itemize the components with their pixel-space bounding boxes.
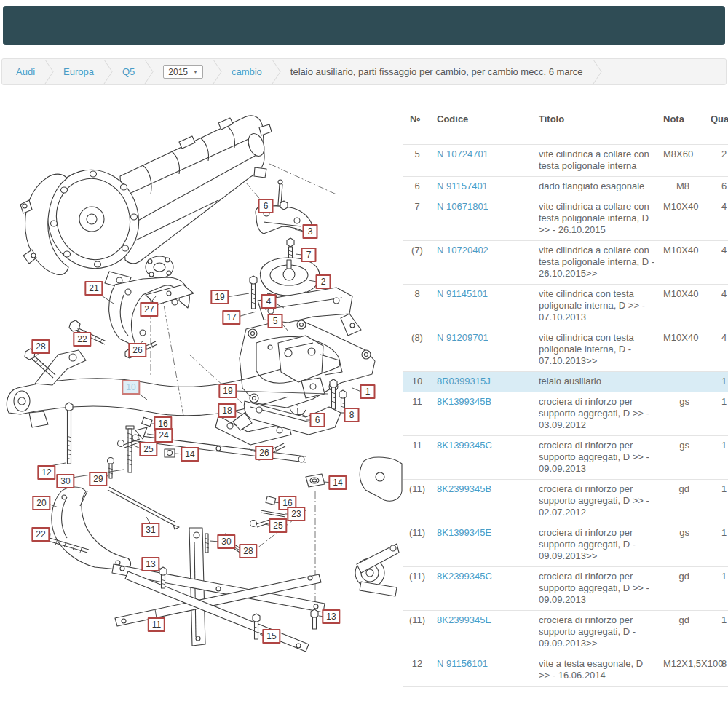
column-header-title: Titolo [534,109,663,132]
callout-21[interactable]: 21 [84,281,103,296]
part-title-cell: vite cilindrica a collare con testa poli… [534,197,663,241]
part-title-cell: crociera di rinforzo per supporto aggreg… [534,480,663,523]
callout-14[interactable]: 14 [181,447,199,462]
part-code-cell: 8R0399315J [432,372,534,392]
part-code-link[interactable]: N 91209701 [437,332,488,343]
part-code-link[interactable]: 8K1399345B [437,396,491,407]
table-row[interactable]: 8 N 91145101 vite cilindrica con testa p… [403,285,728,328]
part-title-cell: crociera di rinforzo per supporto aggreg… [534,567,663,611]
year-select[interactable]: 2015 ▼ [163,65,203,79]
callout-23[interactable]: 23 [287,507,305,521]
callout-25[interactable]: 25 [139,442,157,456]
table-row[interactable]: (11) 8K1399345E crociera di rinforzo per… [403,523,728,567]
callout-6[interactable]: 6 [258,199,274,213]
callout-14[interactable]: 14 [328,475,347,490]
callout-20[interactable]: 20 [32,496,50,510]
callout-22[interactable]: 22 [31,527,50,542]
part-quantity-cell: 1 [700,436,728,480]
callout-22[interactable]: 22 [73,332,91,347]
part-nota-cell: gd [663,611,700,654]
suspension-knuckle-drawing [355,457,402,596]
callout-31[interactable]: 31 [141,523,159,537]
table-row[interactable]: (11) 8K2399345B crociera di rinforzo per… [403,480,728,523]
part-code-link[interactable]: 8K2399345B [437,483,491,494]
callout-13[interactable]: 13 [322,609,340,624]
callout-1[interactable]: 1 [360,384,376,399]
callout-12[interactable]: 12 [37,465,55,480]
table-row[interactable]: 7 N 10671801 vite cilindrica a collare c… [403,197,728,241]
callout-10[interactable]: 10 [122,380,140,395]
part-quantity-cell: 1 [700,372,728,392]
chevron-right-icon [44,59,54,84]
part-code-link[interactable]: 8K1399345E [437,527,491,538]
part-quantity-cell: 4 [700,328,728,372]
breadcrumb-item-europa[interactable]: Europa [63,66,94,77]
callout-30[interactable]: 30 [56,474,74,488]
part-code-link[interactable]: N 91156101 [437,658,488,669]
part-nota-cell: gd [663,480,700,523]
callout-26[interactable]: 26 [255,446,273,460]
breadcrumb: Audi Europa Q5 2015 ▼ cambio telaio ausi… [1,58,727,85]
part-code-link[interactable]: N 10724701 [437,149,488,159]
part-code-link[interactable]: 8K1399345C [437,440,492,451]
callout-15[interactable]: 15 [262,629,280,644]
part-code-link[interactable]: N 91145101 [437,288,488,299]
callout-29[interactable]: 29 [89,472,107,486]
breadcrumb-item-cambio[interactable]: cambio [232,66,262,77]
table-row[interactable]: (7) N 10720402 vite cilindrica a collare… [403,241,728,285]
part-title-cell: vite cilindrica a collare con testa poli… [534,241,663,285]
table-row[interactable]: 6 N 91157401 dado flangiato esagonale M8… [403,177,728,197]
table-row[interactable]: 11 8K1399345B crociera di rinforzo per s… [403,392,728,436]
part-code-link[interactable]: 8K2399345E [437,614,491,625]
callout-24[interactable]: 24 [154,428,173,443]
part-code-link[interactable]: 8R0399315J [437,376,491,387]
transmission-drawing [20,116,272,289]
callout-13[interactable]: 13 [141,557,159,571]
callout-28[interactable]: 28 [31,339,50,354]
table-row[interactable]: (8) N 91209701 vite cilindrica con testa… [403,328,728,372]
part-nota-cell: M10X40 [663,241,700,285]
part-code-link[interactable]: N 10671801 [437,201,488,212]
part-code-cell: 8K1399345E [432,523,534,567]
breadcrumb-item-q5[interactable]: Q5 [122,66,135,77]
part-code-cell: 8K2399345E [432,611,534,654]
table-row[interactable]: 11 8K1399345C crociera di rinforzo per s… [403,436,728,480]
part-code-cell: 8K2399345B [432,480,534,523]
part-quantity-cell: 1 [700,392,728,436]
callout-19[interactable]: 19 [218,384,237,398]
table-row[interactable]: 5 N 10724701 vite cilindrica a collare c… [403,145,728,177]
callout-5[interactable]: 5 [268,314,283,328]
callout-17[interactable]: 17 [222,310,240,325]
callout-19[interactable]: 19 [210,290,229,304]
part-number-cell: 11 [403,392,432,436]
callout-27[interactable]: 27 [140,302,158,317]
table-spacer-row [403,132,728,145]
callout-28[interactable]: 28 [239,544,257,558]
part-title-cell: dado flangiato esagonale [534,177,663,197]
callout-26[interactable]: 26 [128,343,146,357]
part-number-cell: (11) [403,567,432,611]
callout-30[interactable]: 30 [217,534,235,549]
callout-2[interactable]: 2 [316,274,331,289]
part-code-cell: N 91157401 [432,177,534,197]
table-row[interactable]: 10 8R0399315J telaio ausiliario 1 [403,372,728,392]
part-quantity-cell: 4 [700,285,728,328]
table-row[interactable]: 12 N 91156101 vite a testa esagonale, D … [403,654,728,687]
table-row[interactable]: (11) 8K2399345E crociera di rinforzo per… [403,611,728,654]
part-code-link[interactable]: 8K2399345C [437,571,492,582]
part-code-link[interactable]: N 10720402 [437,245,488,256]
callout-7[interactable]: 7 [301,248,317,262]
part-quantity-cell: 1 [700,567,728,611]
callout-11[interactable]: 11 [148,617,165,632]
part-number-cell: 10 [403,372,432,392]
part-code-link[interactable]: N 91157401 [437,181,488,191]
breadcrumb-item-audi[interactable]: Audi [16,66,35,77]
callout-25[interactable]: 25 [269,518,287,533]
part-code-cell: N 91156101 [432,654,534,687]
table-row[interactable]: (11) 8K2399345C crociera di rinforzo per… [403,567,728,611]
callout-3[interactable]: 3 [303,224,318,239]
callout-6[interactable]: 6 [310,413,325,427]
callout-4[interactable]: 4 [261,294,277,309]
callout-8[interactable]: 8 [344,408,360,422]
callout-18[interactable]: 18 [218,403,236,418]
